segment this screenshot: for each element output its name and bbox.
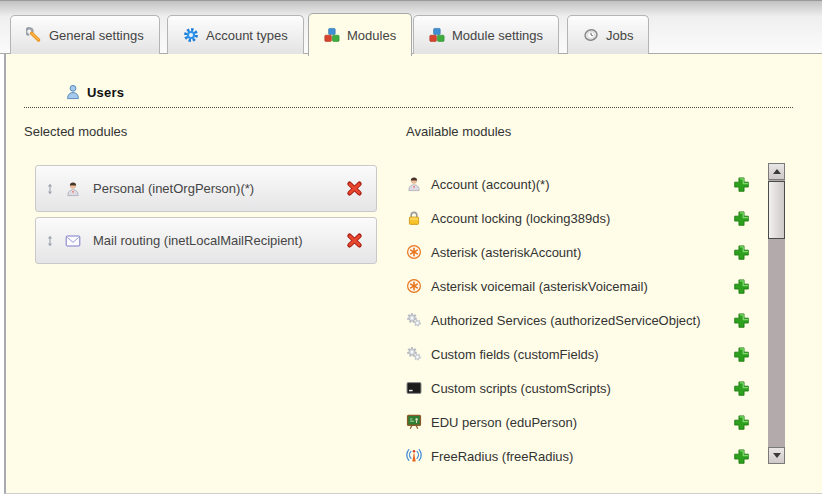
available-module-row: Authorized Services (authorizedServiceOb… xyxy=(406,303,750,337)
person-icon xyxy=(406,176,422,192)
tab-label: Modules xyxy=(347,28,396,43)
remove-module-button[interactable] xyxy=(346,232,363,249)
gears-icon xyxy=(406,346,422,362)
drag-handle-icon[interactable] xyxy=(44,182,56,196)
tab-account-types[interactable]: Account types xyxy=(167,15,304,54)
available-module-row: Asterisk voicemail (asteriskVoicemail) xyxy=(406,269,750,303)
gear-icon xyxy=(183,27,199,43)
tab-label: Account types xyxy=(206,28,288,43)
mail-icon xyxy=(65,233,81,249)
available-module-row: Custom scripts (customScripts) xyxy=(406,371,750,405)
users-section-header: Users xyxy=(24,84,793,108)
selected-module-row[interactable]: Mail routing (inetLocalMailRecipient) xyxy=(35,217,377,264)
add-module-button[interactable] xyxy=(733,210,750,227)
available-module-label: Asterisk (asteriskAccount) xyxy=(431,245,733,260)
available-module-label: Account locking (locking389ds) xyxy=(431,211,733,226)
add-module-button[interactable] xyxy=(733,176,750,193)
drag-handle-icon[interactable] xyxy=(44,234,56,248)
available-module-label: Asterisk voicemail (asteriskVoicemail) xyxy=(431,279,733,294)
available-modules-scrollbar[interactable] xyxy=(768,163,785,464)
lam-configuration-window: General settings Account types Modules M… xyxy=(0,0,822,496)
available-modules-heading: Available modules xyxy=(406,124,511,139)
add-module-button[interactable] xyxy=(733,414,750,431)
chalkboard-icon xyxy=(406,414,422,430)
add-module-button[interactable] xyxy=(733,244,750,261)
selected-modules-heading: Selected modules xyxy=(24,124,127,139)
selected-module-row[interactable]: Personal (inetOrgPerson)(*) xyxy=(35,165,377,212)
user-icon xyxy=(65,84,81,100)
available-module-label: Custom fields (customFields) xyxy=(431,347,733,362)
tab-label: Jobs xyxy=(606,28,633,43)
tab-module-settings[interactable]: Module settings xyxy=(413,15,559,54)
asterisk-icon xyxy=(406,278,422,294)
scroll-down-button[interactable] xyxy=(768,447,785,464)
available-module-label: Custom scripts (customScripts) xyxy=(431,381,733,396)
tab-general-settings[interactable]: General settings xyxy=(10,15,160,54)
add-module-button[interactable] xyxy=(733,448,750,465)
selected-module-label: Personal (inetOrgPerson)(*) xyxy=(93,181,346,196)
selected-module-label: Mail routing (inetLocalMailRecipient) xyxy=(93,233,346,248)
available-module-row: Account (account)(*) xyxy=(406,167,750,201)
modules-cubes-icon xyxy=(324,27,340,43)
terminal-icon xyxy=(406,380,422,396)
tab-jobs[interactable]: Jobs xyxy=(567,15,649,54)
person-icon xyxy=(65,181,81,197)
available-module-row: Asterisk (asteriskAccount) xyxy=(406,235,750,269)
add-module-button[interactable] xyxy=(733,380,750,397)
lock-icon xyxy=(406,210,422,226)
section-title: Users xyxy=(87,85,124,100)
add-module-button[interactable] xyxy=(733,278,750,295)
add-module-button[interactable] xyxy=(733,346,750,363)
available-module-label: FreeRadius (freeRadius) xyxy=(431,449,733,464)
add-module-button[interactable] xyxy=(733,312,750,329)
available-module-label: Authorized Services (authorizedServiceOb… xyxy=(431,313,733,328)
scroll-up-button[interactable] xyxy=(768,163,785,180)
wrench-icon xyxy=(26,27,42,43)
available-module-row: FreeRadius (freeRadius) xyxy=(406,439,750,473)
tab-bar: General settings Account types Modules M… xyxy=(0,0,822,54)
modules-cubes-icon xyxy=(429,27,445,43)
available-module-label: Account (account)(*) xyxy=(431,177,733,192)
tab-label: General settings xyxy=(49,28,144,43)
available-module-row: EDU person (eduPerson) xyxy=(406,405,750,439)
available-module-row: Account locking (locking389ds) xyxy=(406,201,750,235)
tab-modules[interactable]: Modules xyxy=(308,13,412,56)
scrollbar-thumb[interactable] xyxy=(768,181,785,239)
triangle-up-icon xyxy=(773,169,781,174)
gears-icon xyxy=(406,312,422,328)
triangle-down-icon xyxy=(773,453,781,458)
tab-label: Module settings xyxy=(452,28,543,43)
clock-icon xyxy=(583,27,599,43)
asterisk-icon xyxy=(406,244,422,260)
available-module-label: EDU person (eduPerson) xyxy=(431,415,733,430)
modules-panel: Users Selected modules Available modules… xyxy=(4,54,822,494)
available-module-row: Custom fields (customFields) xyxy=(406,337,750,371)
remove-module-button[interactable] xyxy=(346,180,363,197)
antenna-icon xyxy=(406,448,422,464)
